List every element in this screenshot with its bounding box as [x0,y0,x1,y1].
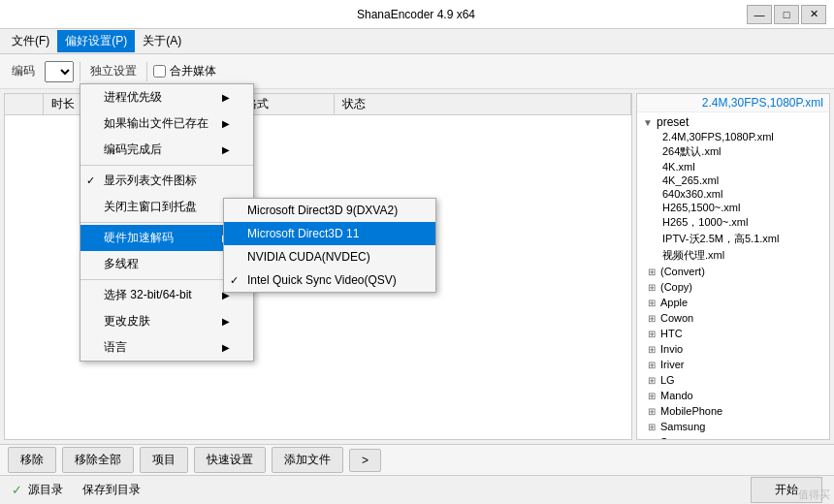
tree-item-label: HTC [660,328,683,339]
tree-expand-icon: ⊞ [645,435,658,440]
menu-change-skin[interactable]: 更改皮肤 ▶ [80,308,253,334]
tree-root-label: preset [657,115,689,129]
hwaccel-submenu: Microsoft Direct3D 9(DXVA2) Microsoft Di… [223,198,436,293]
tree-item[interactable]: ⊞ (Convert) [637,264,829,279]
bottom-toolbar: 移除 移除全部 项目 快速设置 添加文件 > [0,444,834,475]
menu-about[interactable]: 关于(A) [135,30,189,52]
save-dir-label: 保存到目录 [82,482,141,498]
menu-file[interactable]: 文件(F) [4,30,57,52]
tree-item-label: Iriver [660,359,684,370]
tree-item[interactable]: 640x360.xml [637,187,829,201]
remove-all-button[interactable]: 移除全部 [62,447,134,473]
tree-item[interactable]: ⊞ Invio [637,341,829,357]
tree-item[interactable]: ⊞ (Copy) [637,279,829,295]
tree-item[interactable]: H265，1000~.xml [637,214,829,231]
menu-encoding-done[interactable]: 编码完成后 ▶ [80,137,253,163]
watermark: 值得买 [798,488,830,502]
tree-item[interactable]: ⊞ Sony [637,434,829,440]
tree-expand-root: ▼ [641,115,655,129]
tree-item[interactable]: ⊞ Iriver [637,357,829,372]
source-check-icon: ✓ [12,483,22,497]
tree-expand-icon: ⊞ [645,327,658,340]
tree-item[interactable]: H265,1500~.xml [637,201,829,214]
tree-item-label: H265,1500~.xml [658,202,740,213]
col-num [5,94,44,114]
preset-panel: 2.4M,30FPS,1080P.xml ▼ preset 2.4M,30FPS… [636,93,830,440]
hwaccel-d3d9[interactable]: Microsoft Direct3D 9(DXVA2) [224,199,435,222]
tree-expand-icon: ⊞ [645,404,658,418]
tree-item[interactable]: ⊞ Mando [637,388,829,403]
close-button[interactable]: ✕ [801,5,826,24]
titlebar: ShanaEncoder 4.9 x64 — □ ✕ [0,0,834,29]
statusbar: ✓ 源目录 保存到目录 开始 [0,475,834,504]
hwaccel-qsv[interactable]: Intel Quick Sync Video(QSV) [224,268,435,292]
tree-expand-icon: ⊞ [645,296,658,309]
tree-item[interactable]: ⊞ LG [637,372,829,388]
tree-item[interactable]: 2.4M,30FPS,1080P.xml [637,130,829,143]
preset-tree: ▼ preset 2.4M,30FPS,1080P.xml 264默认.xml … [637,112,829,440]
tree-item-label: 4K_265.xml [658,174,719,186]
tree-item-label: Invio [660,343,683,355]
tree-item-label: H265，1000~.xml [658,215,748,230]
col-status: 状态 [335,94,631,114]
tree-expand-icon: ⊞ [645,280,658,294]
tree-item-label: Apple [660,297,688,308]
tree-expand-icon: ⊞ [645,358,658,371]
window-title: ShanaEncoder 4.9 x64 [357,8,475,21]
tree-expand-icon: ⊞ [645,373,658,387]
tree-item[interactable]: ⊞ HTC [637,326,829,341]
tree-expand-icon: ⊞ [645,311,658,325]
tree-expand-icon: ⊞ [645,389,658,402]
hwaccel-d3d11[interactable]: Microsoft Direct3D 11 [224,222,435,245]
menu-show-icons[interactable]: 显示列表文件图标 [80,168,253,194]
tree-item[interactable]: 264默认.xml [637,143,829,160]
project-button[interactable]: 项目 [140,447,188,473]
tree-expand-icon: ⊞ [645,265,658,278]
separator-1 [80,165,253,166]
maximize-button[interactable]: □ [774,5,799,24]
save-dir-item: 保存到目录 [82,482,141,498]
minimize-button[interactable]: — [747,5,772,24]
tree-item-label: Sony [660,436,685,440]
menu-prefs[interactable]: 偏好设置(P) [57,30,135,52]
tree-item-label: (Copy) [660,281,692,293]
menu-language[interactable]: 语言 ▶ [80,334,253,361]
tree-item[interactable]: 4K_265.xml [637,173,829,187]
tree-item-label: (Convert) [660,266,705,277]
quick-settings-button[interactable]: 快速设置 [194,447,266,473]
tree-item[interactable]: ⊞ Cowon [637,310,829,326]
toolbar-separator-2 [146,62,147,81]
arrow-button[interactable]: > [349,449,381,472]
encoding-select[interactable] [45,61,74,82]
tree-item-label: Samsung [660,421,705,432]
standalone-label: 独立设置 [86,63,141,79]
tree-item-label: 视频代理.xml [658,248,724,263]
encoding-label: 编码 [8,63,39,79]
source-dir-label: 源目录 [28,482,63,498]
tree-item-label: Cowon [660,312,693,324]
tree-item-label: LG [660,374,675,386]
tree-item-label: IPTV-沃2.5M，高5.1.xml [658,232,779,246]
merge-media-checkbox[interactable]: 合并媒体 [153,63,216,79]
menubar: 文件(F) 偏好设置(P) 关于(A) 进程优先级 ▶ 如果输出文件已存在 ▶ … [0,29,834,54]
add-file-button[interactable]: 添加文件 [272,447,343,473]
preset-header: 2.4M,30FPS,1080P.xml [637,94,829,112]
tree-item[interactable]: ⊞ Samsung [637,419,829,434]
tree-item[interactable]: ⊞ Apple [637,295,829,310]
menu-process-priority[interactable]: 进程优先级 ▶ [80,84,253,110]
tree-item[interactable]: IPTV-沃2.5M，高5.1.xml [637,231,829,247]
tree-item[interactable]: ⊞ MobilePhone [637,403,829,419]
tree-item[interactable]: 4K.xml [637,160,829,173]
hwaccel-cuda[interactable]: NVIDIA CUDA(NVDEC) [224,245,435,268]
window-controls: — □ ✕ [747,5,826,24]
tree-item-label: 2.4M,30FPS,1080P.xml [658,131,774,142]
tree-expand-icon: ⊞ [645,420,658,433]
menu-output-exists[interactable]: 如果输出文件已存在 ▶ [80,110,253,137]
tree-item-label: MobilePhone [660,405,722,417]
tree-item-label: Mando [660,390,693,401]
tree-root[interactable]: ▼ preset [637,114,829,130]
remove-button[interactable]: 移除 [8,447,56,473]
source-dir-item: ✓ 源目录 [12,482,63,498]
tree-item[interactable]: 视频代理.xml [637,247,829,264]
tree-item-label: 640x360.xml [658,188,722,200]
